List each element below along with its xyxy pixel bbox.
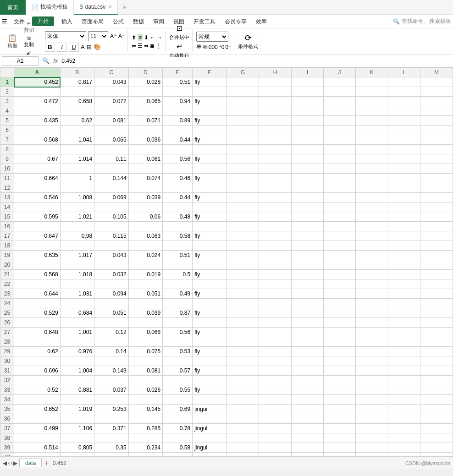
cell-D15[interactable]: 0.06 (128, 212, 163, 222)
cell-E30[interactable] (163, 356, 193, 366)
cell-empty-10-0[interactable] (226, 164, 259, 174)
cell-D13[interactable]: 0.039 (128, 193, 163, 202)
cell-D23[interactable]: 0.051 (128, 289, 163, 299)
cell-empty-3-5[interactable] (388, 97, 420, 106)
cell-empty-25-2[interactable] (291, 308, 323, 318)
cell-empty-40-2[interactable] (291, 453, 323, 457)
cell-empty-27-0[interactable] (226, 328, 259, 337)
cell-F6[interactable] (193, 126, 226, 135)
cell-empty-4-6[interactable] (420, 106, 453, 116)
cell-C23[interactable]: 0.094 (94, 289, 129, 299)
cell-empty-20-5[interactable] (388, 260, 420, 270)
cell-empty-27-6[interactable] (420, 328, 453, 337)
cell-empty-37-6[interactable] (420, 424, 453, 433)
cell-F33[interactable]: fly (193, 385, 226, 395)
cell-empty-2-2[interactable] (291, 87, 323, 97)
cell-A23[interactable]: 0.644 (14, 289, 61, 299)
cell-B39[interactable]: 0.805 (60, 443, 94, 453)
cell-empty-30-0[interactable] (226, 356, 259, 366)
cell-empty-38-1[interactable] (259, 433, 292, 443)
cell-F18[interactable] (193, 241, 226, 251)
cell-empty-38-0[interactable] (226, 433, 259, 443)
cell-empty-22-5[interactable] (388, 279, 420, 289)
cell-F36[interactable] (193, 414, 226, 424)
cell-C15[interactable]: 0.105 (94, 212, 129, 222)
cell-empty-9-1[interactable] (259, 154, 292, 164)
cell-empty-34-6[interactable] (420, 395, 453, 405)
cell-empty-15-1[interactable] (259, 212, 292, 222)
cell-C7[interactable]: 0.065 (94, 135, 129, 145)
row-header-16[interactable]: 16 (0, 222, 14, 231)
cell-A7[interactable]: 0.568 (14, 135, 61, 145)
cell-empty-18-6[interactable] (420, 241, 453, 251)
cell-empty-34-1[interactable] (259, 395, 292, 405)
cell-C17[interactable]: 0.115 (94, 231, 129, 241)
cell-empty-6-0[interactable] (226, 126, 259, 135)
cell-empty-32-6[interactable] (420, 376, 453, 385)
cell-C35[interactable]: 0.253 (94, 405, 129, 414)
cell-empty-12-1[interactable] (259, 183, 292, 193)
cell-empty-8-6[interactable] (420, 145, 453, 154)
cell-F4[interactable] (193, 106, 226, 116)
cell-B31[interactable]: 1.004 (60, 366, 94, 376)
cell-empty-6-2[interactable] (291, 126, 323, 135)
row-header-38[interactable]: 38 (0, 433, 14, 443)
cell-empty-36-4[interactable] (356, 414, 388, 424)
cell-empty-14-4[interactable] (356, 202, 388, 212)
row-header-14[interactable]: 14 (0, 202, 14, 212)
row-header-8[interactable]: 8 (0, 145, 14, 154)
cell-empty-13-6[interactable] (420, 193, 453, 202)
cell-empty-35-0[interactable] (226, 405, 259, 414)
cell-C22[interactable] (94, 279, 129, 289)
cell-C37[interactable]: 0.371 (94, 424, 129, 433)
cell-E16[interactable] (163, 222, 193, 231)
cell-empty-20-4[interactable] (356, 260, 388, 270)
cell-E15[interactable]: 0.48 (163, 212, 193, 222)
cell-empty-35-4[interactable] (356, 405, 388, 414)
cell-empty-28-0[interactable] (226, 337, 259, 347)
cell-empty-27-2[interactable] (291, 328, 323, 337)
cell-empty-26-1[interactable] (259, 318, 292, 328)
cell-empty-18-0[interactable] (226, 241, 259, 251)
cell-empty-21-3[interactable] (323, 270, 355, 279)
cell-D28[interactable] (128, 337, 163, 347)
cell-B29[interactable]: 0.976 (60, 347, 94, 356)
cell-A26[interactable] (14, 318, 61, 328)
cell-empty-1-4[interactable] (356, 77, 388, 87)
cell-B5[interactable]: 0.62 (60, 116, 94, 126)
cell-empty-40-3[interactable] (323, 453, 355, 457)
cell-empty-31-3[interactable] (323, 366, 355, 376)
cell-empty-1-1[interactable] (259, 77, 292, 87)
cell-E13[interactable]: 0.44 (163, 193, 193, 202)
cell-empty-16-1[interactable] (259, 222, 292, 231)
cell-E32[interactable] (163, 376, 193, 385)
cell-empty-28-4[interactable] (356, 337, 388, 347)
cell-empty-37-1[interactable] (259, 424, 292, 433)
cell-empty-38-2[interactable] (291, 433, 323, 443)
row-header-25[interactable]: 25 (0, 308, 14, 318)
cell-empty-2-1[interactable] (259, 87, 292, 97)
cell-empty-40-5[interactable] (388, 453, 420, 457)
cell-F14[interactable] (193, 202, 226, 212)
fill-color-button[interactable]: 🎨 (94, 44, 101, 50)
row-header-34[interactable]: 34 (0, 395, 14, 405)
cell-empty-5-2[interactable] (291, 116, 323, 126)
cell-empty-4-5[interactable] (388, 106, 420, 116)
cell-empty-40-1[interactable] (259, 453, 292, 457)
cell-empty-32-3[interactable] (323, 376, 355, 385)
cell-empty-8-1[interactable] (259, 145, 292, 154)
cell-D7[interactable]: 0.036 (128, 135, 163, 145)
indent-right-icon[interactable]: → (157, 34, 162, 41)
cell-C12[interactable] (94, 183, 129, 193)
justify-icon[interactable]: ≣ (150, 43, 155, 49)
cell-empty-17-0[interactable] (226, 231, 259, 241)
cell-empty-4-3[interactable] (323, 106, 355, 116)
cell-B2[interactable] (60, 87, 94, 97)
cell-empty-13-4[interactable] (356, 193, 388, 202)
cell-empty-14-5[interactable] (388, 202, 420, 212)
cell-B37[interactable]: 1.106 (60, 424, 94, 433)
cell-B40[interactable] (60, 453, 94, 457)
cell-E12[interactable] (163, 183, 193, 193)
cell-E2[interactable] (163, 87, 193, 97)
cell-C6[interactable] (94, 126, 129, 135)
